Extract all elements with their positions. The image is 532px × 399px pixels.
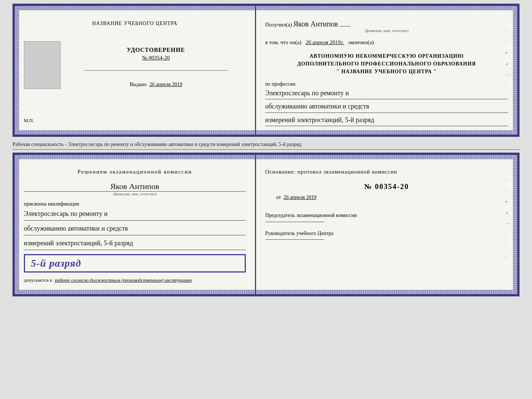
from-label: от [276,195,281,200]
org-line2: ДОПОЛНИТЕЛЬНОГО ПРОФЕССИОНАЛЬНОГО ОБРАЗО… [265,60,508,68]
head-block: Руководитель учебного Центра [265,229,508,240]
org-block: АВТОНОМНУЮ НЕКОММЕРЧЕСКУЮ ОРГАНИЗАЦИЮ ДО… [265,52,508,75]
qual-block: Электрослесарь по ремонту и обслуживанию… [24,207,246,251]
bottom-name-subtext: (фамилия, имя, отчество) [24,192,246,196]
bottom-person-name: Яков Антипов [24,182,246,192]
chairman-label: Председатель экзаменационной комиссии [265,213,357,218]
date-line: в том, что он(а) 26 апреля 2019г. окончи… [265,39,508,46]
finished-label: окончил(а) [348,39,374,45]
photo-placeholder [24,41,61,89]
bottom-name-block: Яков Антипов (фамилия, имя, отчество) [24,182,246,196]
right-decorations-bottom: и ,а ←- [505,177,511,259]
mp-label: М.П. [24,118,34,124]
allowed-text: работе согласно должностным (производств… [55,277,191,283]
assigned-qual-label: присвоена квалификация [24,201,246,207]
org-line1: АВТОНОМНУЮ НЕКОММЕРЧЕСКУЮ ОРГАНИЗАЦИЮ [265,52,508,60]
grade-badge-text: 5-й разряд [31,257,81,269]
cert-title-block: УДОСТОВЕРЕНИЕ № 00354-20 [127,47,185,61]
profession-line2: обслуживанию автоматики и средств [265,100,508,113]
head-label: Руководитель учебного Центра [265,231,334,236]
middle-text: Рабочая специальность - Электрослесарь п… [12,142,301,147]
grade-badge: 5-й разряд [24,254,246,272]
profession-block: Электрослесарь по ремонту и обслуживанию… [265,87,508,126]
basis-line: Основание: протокол экзаменационной коми… [265,169,508,175]
received-block: Получил(а) Яков Антипов (фамилия, имя, о… [265,20,508,33]
name-subtext-top: (фамилия, имя, отчество) [265,28,508,33]
profession-line3: измерений электростанций, 5-й разряд [265,114,508,126]
chairman-signature [265,222,324,222]
date-label: в том, что он(а) [265,39,302,45]
top-school-name: НАЗВАНИЕ УЧЕБНОГО ЦЕНТРА [92,21,177,26]
top-left-page: НАЗВАНИЕ УЧЕБНОГО ЦЕНТРА УДОСТОВЕРЕНИЕ №… [15,6,256,135]
issued-label: Выдано [130,82,147,87]
decision-title: Решением экзаменационной комиссии [24,169,246,175]
profession-label: по профессии [265,81,508,87]
qual-line1: Электрослесарь по ремонту и [24,207,246,221]
profession-line1: Электрослесарь по ремонту и [265,87,508,99]
middle-strip: Рабочая специальность - Электрослесарь п… [12,140,520,150]
protocol-number: № 00354-20 [265,182,508,191]
from-date-line: от 26 апреля 2019 [276,195,508,200]
right-decorations: и ,а ←- [505,28,511,88]
issued-line: Выдано 26 апреля 2019 [130,82,182,88]
received-label: Получил(а) [265,22,292,28]
allowed-label: допускается к [24,277,52,283]
allowed-line: допускается к работе согласно должностны… [24,277,246,283]
bottom-certificate-book: Решением экзаменационной комиссии Яков А… [12,153,520,296]
org-line3: " НАЗВАНИЕ УЧЕБНОГО ЦЕНТРА " [265,68,508,75]
top-certificate-book: НАЗВАНИЕ УЧЕБНОГО ЦЕНТРА УДОСТОВЕРЕНИЕ №… [12,4,520,137]
head-signature [265,239,324,240]
qual-line3: измерений электростанций, 5-й разряд [24,236,246,250]
issued-date: 26 апреля 2019 [150,82,182,87]
recipient-name: Яков Антипов [293,20,338,28]
cert-title: УДОСТОВЕРЕНИЕ [127,47,185,53]
cert-number: № 00354-20 [127,55,185,61]
from-date: 26 апреля 2019 [284,195,316,200]
chairman-block: Председатель экзаменационной комиссии [265,211,508,222]
bottom-right-page: Основание: протокол экзаменационной коми… [256,155,517,294]
protocol-number-text: № 00354-20 [364,182,409,190]
qual-line2: обслуживанию автоматики и средств [24,222,246,235]
bottom-left-page: Решением экзаменационной комиссии Яков А… [15,155,256,294]
date-value: 26 апреля 2019г. [306,39,344,45]
top-right-page: Получил(а) Яков Антипов (фамилия, имя, о… [256,6,517,135]
